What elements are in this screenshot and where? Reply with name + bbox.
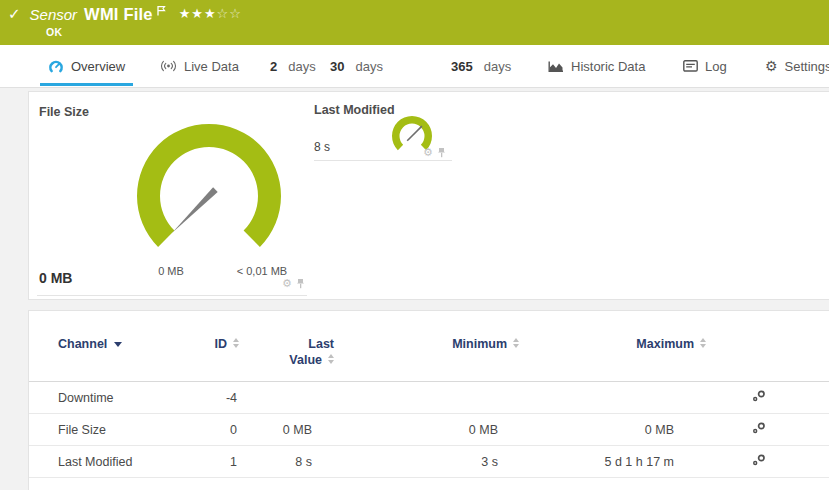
channels-panel: Channel ID LastValue Minimum Maximum Dow…	[28, 310, 829, 490]
sort-arrows-icon	[700, 338, 706, 348]
file-size-current-value: 0 MB	[39, 270, 72, 286]
channel-name-cell: Downtime	[29, 382, 179, 414]
file-size-gauge-title: File Size	[39, 105, 89, 119]
maximum-cell: 0 MB	[519, 414, 706, 446]
tab-log[interactable]: Log	[675, 45, 735, 87]
maximum-cell: 5 d 1 h 17 m	[519, 446, 706, 478]
channel-name-cell: Last Modified	[29, 446, 179, 478]
channel-settings-icon[interactable]	[752, 422, 766, 434]
col-header-id[interactable]: ID	[179, 317, 239, 382]
sort-caret-icon	[114, 342, 122, 347]
tab-live-data-label: Live Data	[184, 59, 239, 74]
channels-table: Channel ID LastValue Minimum Maximum Dow…	[29, 317, 829, 478]
tab-2-days-number: 2	[270, 59, 277, 74]
channel-id-cell: 1	[179, 446, 239, 478]
prtg-sensor-page: ✓ Sensor WMI File ★★★☆☆ OK Overview Live…	[0, 0, 829, 490]
widget-settings-icon[interactable]: ⚙	[282, 278, 292, 289]
pin-icon[interactable]	[437, 147, 446, 158]
minimum-cell	[334, 382, 519, 414]
tab-overview-label: Overview	[71, 59, 125, 74]
col-header-channel[interactable]: Channel	[29, 317, 179, 382]
tab-365-days[interactable]: 365days	[443, 45, 519, 87]
stars-filled-icon: ★★★	[179, 6, 217, 21]
last-modified-current-value: 8 s	[314, 140, 330, 154]
sort-arrows-icon	[328, 354, 334, 364]
stars-empty-icon: ☆☆	[217, 6, 242, 21]
gauge-needle	[407, 126, 422, 141]
table-row-downtime: Downtime -4	[29, 382, 829, 414]
object-kind-label: Sensor	[30, 6, 78, 23]
col-header-maximum[interactable]: Maximum	[519, 317, 706, 382]
tab-historic-data-label: Historic Data	[571, 59, 645, 74]
file-size-gauge-max-label: < 0,01 MB	[222, 265, 302, 277]
tab-365-days-number: 365	[451, 59, 473, 74]
col-header-last-value[interactable]: LastValue	[239, 317, 334, 382]
tab-30-days-word: days	[355, 59, 382, 74]
tab-settings-label: Settings	[785, 59, 829, 74]
last-value-cell: 8 s	[239, 446, 334, 478]
maximum-cell	[519, 382, 706, 414]
table-row-last-modified: Last Modified 1 8 s 3 s 5 d 1 h 17 m	[29, 446, 829, 478]
tab-log-label: Log	[705, 59, 727, 74]
overview-gauges-panel: File Size 0 MB < 0,01 MB 0 MB ⚙ Last Mod…	[28, 91, 829, 300]
sensor-name: WMI File	[84, 5, 153, 24]
channel-id-cell: -4	[179, 382, 239, 414]
col-header-minimum[interactable]: Minimum	[334, 317, 519, 382]
table-row-file-size: File Size 0 0 MB 0 MB 0 MB	[29, 414, 829, 446]
tab-365-days-word: days	[484, 59, 511, 74]
channels-header-row: Channel ID LastValue Minimum Maximum	[29, 317, 829, 382]
minimum-cell: 3 s	[334, 446, 519, 478]
file-size-gauge	[129, 116, 289, 276]
gear-icon: ⚙	[765, 59, 778, 73]
sensor-status-badge: OK	[46, 26, 62, 38]
sort-arrows-icon	[513, 338, 519, 348]
channel-settings-icon[interactable]	[752, 454, 766, 466]
sort-arrows-icon	[233, 338, 239, 348]
sensor-tab-bar: Overview Live Data 2days 30days 365days …	[0, 45, 829, 88]
tab-2-days[interactable]: 2days	[262, 45, 324, 87]
tab-2-days-word: days	[288, 59, 315, 74]
flag-icon[interactable]	[156, 2, 167, 20]
minimum-cell: 0 MB	[334, 414, 519, 446]
gauge-needle	[172, 187, 218, 233]
tab-30-days-number: 30	[330, 59, 344, 74]
tab-30-days[interactable]: 30days	[322, 45, 391, 87]
tab-historic-data[interactable]: Historic Data	[540, 45, 653, 87]
last-modified-widget-divider	[314, 160, 452, 161]
file-size-gauge-min-label: 0 MB	[131, 265, 211, 277]
tab-live-data[interactable]: Live Data	[152, 45, 247, 87]
channel-settings-icon[interactable]	[752, 390, 766, 402]
last-modified-widget-actions: ⚙	[423, 147, 446, 158]
area-chart-icon	[548, 60, 564, 73]
channel-id-cell: 0	[179, 414, 239, 446]
last-value-cell	[239, 382, 334, 414]
sensor-titlebar: ✓ Sensor WMI File ★★★☆☆ OK	[0, 0, 829, 45]
priority-stars[interactable]: ★★★☆☆	[179, 7, 242, 20]
live-broadcast-icon	[160, 60, 177, 72]
tab-settings[interactable]: ⚙ Settings	[757, 45, 829, 87]
log-list-icon	[683, 60, 698, 72]
file-size-widget-divider	[37, 295, 307, 296]
col-header-settings	[706, 317, 829, 382]
channel-name-cell: File Size	[29, 414, 179, 446]
last-modified-gauge-title: Last Modified	[314, 103, 395, 117]
status-up-check-icon: ✓	[8, 7, 21, 22]
tab-overview[interactable]: Overview	[40, 45, 133, 87]
widget-settings-icon[interactable]: ⚙	[423, 147, 433, 158]
pin-icon[interactable]	[296, 278, 305, 289]
titlebar-row: ✓ Sensor WMI File ★★★☆☆	[0, 0, 829, 24]
gauge-icon	[48, 59, 64, 74]
file-size-widget-actions: ⚙	[282, 278, 305, 289]
last-value-cell: 0 MB	[239, 414, 334, 446]
